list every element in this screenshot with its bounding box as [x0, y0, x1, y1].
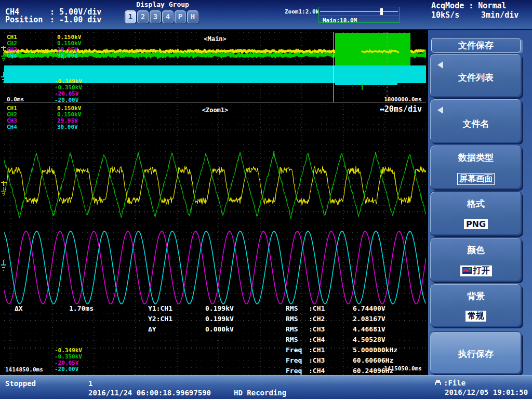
zoom-ch4-ground-marker: [0, 259, 7, 274]
measurement-value: 2.08167V: [353, 315, 385, 323]
main-time-end: 1800000.0ms: [343, 96, 422, 103]
measurement-value: 5.000000kHz: [353, 346, 397, 354]
measurement-value: 4.46681V: [353, 325, 385, 333]
display-group-button-h[interactable]: H: [187, 10, 198, 23]
display-group-buttons: 1 2 3 4 P H: [125, 10, 198, 23]
data-type-value: 屏幕画面: [457, 173, 495, 185]
status-bar: Stopped 1 2016/11/24 06:00:18.99697590 H…: [0, 375, 532, 399]
menu-item-execute-save[interactable]: 执行保存: [430, 331, 522, 375]
measurement-channel: :CH4: [309, 367, 325, 375]
record-timestamp: 2016/11/24 06:00:18.99697590: [88, 389, 211, 397]
measurement-channel: :CH1: [309, 304, 325, 312]
measurement-func: Freq: [286, 367, 302, 375]
measurement-func: RMS: [286, 336, 298, 343]
measurement-func: RMS: [286, 315, 298, 323]
record-number: 1: [88, 379, 92, 388]
main-trigger-ground-marker: [0, 45, 7, 63]
acquisition-status: Stopped: [5, 379, 36, 388]
main-ch4-label: CH4: [7, 52, 17, 59]
display-group-button-2[interactable]: 2: [137, 10, 149, 23]
background-value: 常规: [466, 311, 486, 322]
menu-item-value: 屏幕画面: [430, 173, 522, 185]
menu-item-color[interactable]: 颜色 打开: [430, 237, 522, 282]
menu-item-format[interactable]: 格式 PNG: [430, 191, 522, 236]
text-caret: [20, 23, 20, 30]
measurement-value: 60.60606Hz: [353, 356, 393, 364]
sample-rate: 10kS/s: [431, 10, 481, 20]
measurement-channel: :CH2: [309, 315, 325, 323]
zoom1-waveform-plot: [4, 104, 426, 375]
measurement-value: 4.50528V: [353, 336, 385, 343]
color-value: 打开: [473, 265, 490, 275]
cursor-y2-label: Y2:CH1: [148, 315, 172, 323]
zoom-position-bar[interactable]: [318, 7, 400, 16]
menu-item-value: PNG: [430, 219, 522, 229]
measurement-channel: :CH1: [309, 346, 325, 354]
color-display-icon: [462, 267, 472, 274]
delta-y-label: ΔY: [148, 325, 156, 333]
main-ch4-position-marker[interactable]: [422, 72, 426, 77]
printer-icon: [433, 379, 443, 386]
zoom-ch4-lower-value: -20.00V: [55, 366, 78, 373]
display-group-button-4[interactable]: 4: [162, 10, 174, 23]
menu-item-label: 背景: [430, 290, 522, 302]
measurement-channel: :CH3: [309, 325, 325, 333]
zoom-timebase: ↔20ms/div: [332, 104, 422, 114]
main-ch2-position-marker[interactable]: [422, 50, 426, 55]
display-group-button-1[interactable]: 1: [125, 10, 136, 23]
main-ch4-lower-value: -20.00V: [55, 97, 78, 103]
acq-rate-line: 10kS/s3min/div: [431, 10, 518, 20]
position-label: Position: [5, 15, 50, 24]
delta-y-value: 0.000kV: [205, 325, 234, 333]
main-time-start: 0.0ms: [7, 96, 24, 103]
menu-item-label: 文件列表: [430, 72, 522, 84]
menu-item-value: 常规: [430, 311, 522, 322]
zoom-ch4-label: CH4: [7, 124, 17, 130]
zoom-bar-record-line: [320, 11, 398, 12]
menu-item-label: 格式: [430, 198, 522, 210]
file-output-label: :File: [444, 379, 466, 387]
main-record-length-label: Main:18.0M: [323, 17, 357, 24]
zoom-trigger-ground-marker: [0, 180, 7, 198]
header-bar: CH4: 5.00V/div Position: -1.00 div Displ…: [0, 0, 532, 30]
position-value: : -1.00 div: [50, 15, 101, 24]
menu-item-file-name[interactable]: 文件名: [430, 99, 522, 143]
menu-item-background[interactable]: 背景 常规: [430, 284, 522, 327]
main-ch4-ground-marker: [0, 71, 7, 86]
menu-title: 文件保存: [432, 38, 520, 52]
measurement-channel: :CH4: [309, 336, 325, 343]
menu-item-file-list[interactable]: 文件列表: [430, 54, 522, 98]
menu-item-value: 打开: [430, 265, 522, 276]
delta-x-value: 1.70ms: [69, 304, 94, 312]
left-arrow-icon: [437, 61, 443, 69]
menu-title-button[interactable]: 文件保存: [431, 38, 521, 52]
display-group-label: Display Group: [124, 1, 202, 8]
display-group-button-3[interactable]: 3: [150, 10, 161, 23]
waveform-display-area: <Main> CH1 CH2 CH3 CH4 0.150kV 0.150kV 2…: [0, 30, 428, 375]
measurement-channel: :CH3: [309, 356, 325, 364]
cursor-y1-value: 0.199kV: [205, 304, 234, 312]
cursor-y1-label: Y1:CH1: [148, 304, 172, 312]
menu-item-label: 数据类型: [430, 152, 522, 164]
delta-x-label: ΔX: [15, 304, 23, 312]
format-value: PNG: [464, 219, 488, 229]
soft-menu-panel: 文件保存 文件列表 文件名 数据类型 屏幕画面 格式 PNG 颜色 打开 背景 …: [428, 30, 532, 375]
current-datetime: 2016/12/05 19:01:50: [445, 388, 528, 396]
acq-mode: AcqMode : Normal: [431, 1, 507, 10]
menu-item-label: 执行保存: [430, 348, 522, 360]
zoom-ratio-label: Zoom1:2.0k: [285, 8, 317, 15]
menu-item-data-type[interactable]: 数据类型 屏幕画面: [430, 145, 522, 190]
cursor-y2-value: 0.199kV: [205, 315, 234, 323]
menu-item-label: 颜色: [430, 244, 522, 256]
main-ch4-value: 30.00V: [57, 52, 78, 59]
zoom-ch4-value: 30.00V: [57, 124, 78, 130]
left-arrow-icon: [437, 107, 443, 114]
measurement-func: RMS: [286, 325, 298, 333]
zoom-time-end: 1415050.0ms: [343, 365, 422, 372]
measurement-func: RMS: [286, 304, 298, 312]
zoom-bar-cursor[interactable]: [380, 8, 383, 15]
measurement-value: 6.74400V: [353, 304, 385, 312]
display-group-button-p[interactable]: P: [175, 10, 186, 23]
recording-status: HD Recording: [234, 389, 286, 397]
menu-item-label: 文件名: [430, 118, 522, 130]
